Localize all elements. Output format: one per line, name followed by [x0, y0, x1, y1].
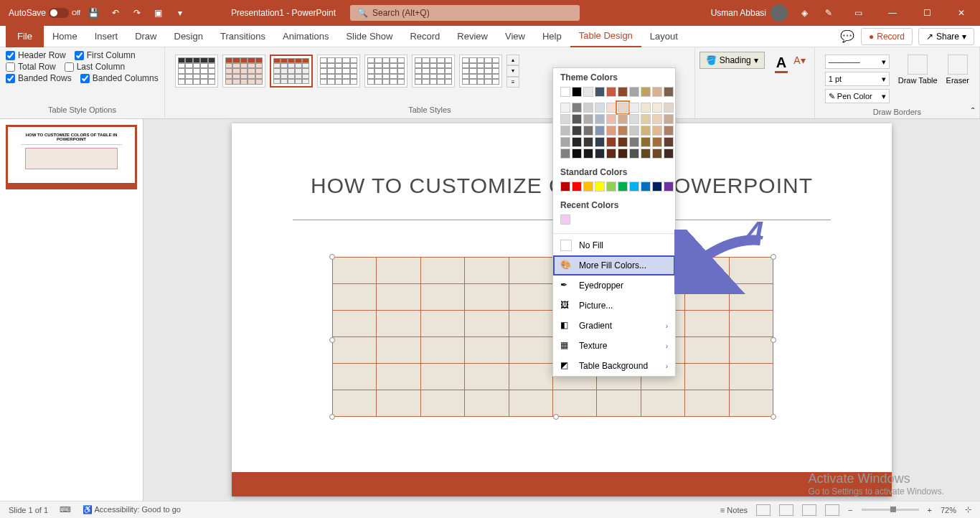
- zoom-slider[interactable]: [862, 509, 919, 511]
- color-swatch[interactable]: [560, 137, 570, 147]
- qat-more-icon[interactable]: ▾: [172, 5, 188, 21]
- minimize-button[interactable]: —: [880, 0, 905, 26]
- color-swatch[interactable]: [618, 137, 628, 147]
- color-swatch[interactable]: [606, 137, 616, 147]
- color-swatch[interactable]: [583, 182, 593, 192]
- color-swatch[interactable]: [560, 126, 570, 136]
- present-icon[interactable]: ▣: [151, 5, 166, 21]
- tab-insert[interactable]: Insert: [86, 26, 127, 47]
- texture-item[interactable]: ▦ Texture ›: [553, 336, 675, 356]
- color-swatch[interactable]: [560, 87, 570, 97]
- quick-styles-icon[interactable]: A: [775, 55, 788, 73]
- color-swatch[interactable]: [641, 126, 651, 136]
- table-background-item[interactable]: ◩ Table Background ›: [553, 356, 675, 376]
- gradient-item[interactable]: ◧ Gradient ›: [553, 316, 675, 336]
- color-swatch[interactable]: [595, 149, 605, 159]
- color-swatch[interactable]: [583, 103, 593, 113]
- tab-help[interactable]: Help: [534, 26, 570, 47]
- recent-color-swatch[interactable]: [560, 215, 570, 225]
- color-swatch[interactable]: [583, 126, 593, 136]
- color-swatch[interactable]: [618, 87, 628, 97]
- chk-total-row[interactable]: Total Row: [6, 62, 56, 72]
- ribbon-display-icon[interactable]: ▭: [845, 0, 871, 26]
- resize-handle[interactable]: [329, 414, 335, 420]
- color-swatch[interactable]: [641, 137, 651, 147]
- styles-scroll[interactable]: ▴▾≡: [507, 55, 519, 88]
- maximize-button[interactable]: ☐: [914, 0, 940, 26]
- language-icon[interactable]: ⌨: [60, 505, 71, 514]
- resize-handle[interactable]: [329, 254, 335, 260]
- tab-view[interactable]: View: [496, 26, 534, 47]
- border-weight-select[interactable]: 1 pt▾: [825, 72, 890, 86]
- slide-thumbnail-1[interactable]: HOW TO CUSTOMIZE COLORS OF TABLE IN POWE…: [6, 125, 137, 189]
- color-swatch[interactable]: [572, 114, 582, 124]
- color-swatch[interactable]: [618, 126, 628, 136]
- color-swatch[interactable]: [583, 137, 593, 147]
- border-style-select[interactable]: ————▾: [825, 55, 890, 69]
- color-swatch[interactable]: [560, 149, 570, 159]
- table-style-6[interactable]: [412, 55, 455, 88]
- reading-view-button[interactable]: [802, 504, 816, 516]
- accessibility-status[interactable]: ♿ Accessibility: Good to go: [83, 505, 181, 514]
- search-input[interactable]: 🔍 Search (Alt+Q): [350, 5, 580, 21]
- color-swatch[interactable]: [629, 87, 639, 97]
- color-swatch[interactable]: [606, 103, 616, 113]
- record-button[interactable]: ● Record: [861, 28, 913, 45]
- tab-design[interactable]: Design: [166, 26, 212, 47]
- color-swatch[interactable]: [583, 114, 593, 124]
- shading-button[interactable]: 🪣 Shading ▾: [699, 52, 765, 69]
- color-swatch[interactable]: [572, 103, 582, 113]
- more-fill-colors-item[interactable]: 🎨 More Fill Colors...: [553, 255, 675, 276]
- zoom-in-button[interactable]: +: [928, 506, 932, 514]
- chk-header-row[interactable]: Header Row: [6, 50, 66, 60]
- table-style-7[interactable]: [459, 55, 502, 88]
- color-swatch[interactable]: [652, 149, 662, 159]
- color-swatch[interactable]: [652, 114, 662, 124]
- color-swatch[interactable]: [618, 103, 628, 113]
- undo-icon[interactable]: ↶: [108, 5, 123, 21]
- color-swatch[interactable]: [641, 103, 651, 113]
- color-swatch[interactable]: [641, 114, 651, 124]
- table-style-5[interactable]: [364, 55, 407, 88]
- tab-transitions[interactable]: Transitions: [212, 26, 274, 47]
- color-swatch[interactable]: [572, 182, 582, 192]
- tab-review[interactable]: Review: [448, 26, 496, 47]
- slide-panel[interactable]: 1 HOW TO CUSTOMIZE COLORS OF TABLE IN PO…: [0, 119, 143, 501]
- color-swatch[interactable]: [595, 114, 605, 124]
- tab-record[interactable]: Record: [401, 26, 448, 47]
- color-swatch[interactable]: [664, 137, 674, 147]
- notes-button[interactable]: ≡ Notes: [720, 506, 748, 514]
- color-swatch[interactable]: [560, 114, 570, 124]
- collapse-ribbon-icon[interactable]: ⌃: [970, 106, 976, 114]
- picture-item[interactable]: 🖼 Picture...: [553, 296, 675, 316]
- color-swatch[interactable]: [664, 182, 674, 192]
- resize-handle[interactable]: [771, 414, 776, 420]
- color-swatch[interactable]: [629, 103, 639, 113]
- eyedropper-item[interactable]: ✒ Eyedropper: [553, 276, 675, 296]
- color-swatch[interactable]: [595, 126, 605, 136]
- color-swatch[interactable]: [641, 87, 651, 97]
- share-button[interactable]: ↗ Share ▾: [918, 28, 974, 45]
- tab-slide-show[interactable]: Slide Show: [337, 26, 401, 47]
- color-swatch[interactable]: [606, 182, 616, 192]
- color-swatch[interactable]: [595, 137, 605, 147]
- zoom-level[interactable]: 72%: [941, 506, 956, 514]
- color-swatch[interactable]: [618, 114, 628, 124]
- chk-banded-columns[interactable]: Banded Columns: [80, 73, 159, 83]
- color-swatch[interactable]: [606, 149, 616, 159]
- diamond-icon[interactable]: ◈: [796, 5, 812, 21]
- color-swatch[interactable]: [572, 149, 582, 159]
- resize-handle[interactable]: [553, 414, 559, 420]
- color-swatch[interactable]: [652, 103, 662, 113]
- color-swatch[interactable]: [595, 87, 605, 97]
- color-swatch[interactable]: [664, 114, 674, 124]
- tab-layout[interactable]: Layout: [641, 26, 687, 47]
- color-swatch[interactable]: [664, 126, 674, 136]
- sorter-view-button[interactable]: [779, 504, 793, 516]
- table-style-4[interactable]: [317, 55, 360, 88]
- color-swatch[interactable]: [560, 182, 570, 192]
- slide-counter[interactable]: Slide 1 of 1: [9, 506, 48, 514]
- color-swatch[interactable]: [572, 126, 582, 136]
- color-swatch[interactable]: [652, 137, 662, 147]
- chk-last-column[interactable]: Last Column: [65, 62, 125, 72]
